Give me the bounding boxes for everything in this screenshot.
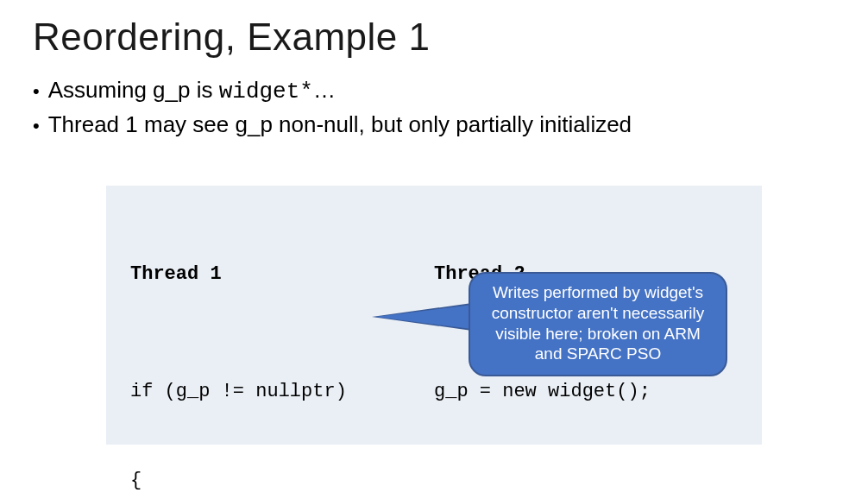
slide-title: Reordering, Example 1	[0, 0, 868, 59]
code-column-thread2: Thread 2 g_p = new widget();	[434, 201, 738, 499]
bullet-text-suffix: …	[313, 77, 336, 103]
thread1-header: Thread 1	[130, 260, 434, 289]
bullet-text: Assuming g_p is widget*…	[48, 74, 336, 107]
code-line: g_p = new widget();	[434, 377, 738, 407]
bullet-text: Thread 1 may see g_p non-null, but only …	[48, 109, 632, 142]
bullet-text-prefix: Thread 1 may see g_p non-null, but only …	[48, 111, 632, 137]
thread2-header: Thread 2	[434, 260, 738, 289]
bullet-text-mono: widget*	[219, 79, 313, 104]
bullet-dot-icon: •	[33, 77, 40, 105]
bullet-text-prefix: Assuming g_p is	[48, 77, 219, 103]
code-block: Thread 1 if (g_p != nullptr) { g_p->do_w…	[106, 186, 762, 445]
code-column-thread1: Thread 1 if (g_p != nullptr) { g_p->do_w…	[130, 201, 434, 499]
code-line: if (g_p != nullptr)	[130, 377, 434, 407]
code-line: {	[130, 466, 434, 496]
bullet-dot-icon: •	[33, 111, 40, 140]
bullet-item: • Assuming g_p is widget*…	[33, 74, 868, 107]
bullet-item: • Thread 1 may see g_p non-null, but onl…	[33, 109, 868, 142]
bullet-list: • Assuming g_p is widget*… • Thread 1 ma…	[0, 59, 868, 142]
